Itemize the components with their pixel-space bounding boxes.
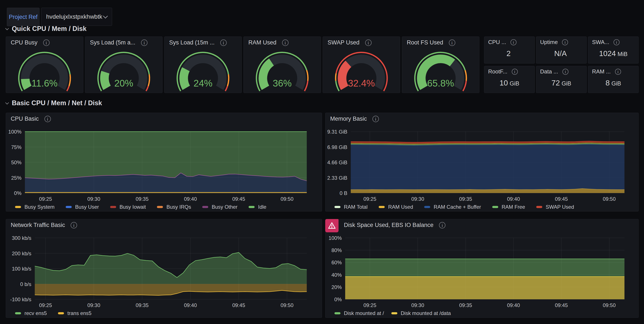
panel-title[interactable]: Memory Basic <box>330 116 367 122</box>
area-chart[interactable]: 09:2509:3009:3509:4009:4509:50300 kb/s20… <box>6 219 322 318</box>
legend-item[interactable]: Busy Iowait <box>110 204 146 210</box>
area-chart[interactable]: 09:2509:3009:3509:4009:4509:50100%75%50%… <box>6 113 322 211</box>
area-chart[interactable]: 09:2509:3009:3509:4009:4509:509.31 GiB6.… <box>326 113 638 211</box>
legend-item[interactable]: Busy User <box>66 204 99 210</box>
legend-label: RAM Cache + Buffer <box>434 204 481 210</box>
panel-title[interactable]: RAM ... <box>592 68 611 75</box>
panel-data-disk-total: Data ... 72GiB <box>536 66 587 93</box>
svg-text:36%: 36% <box>273 78 292 88</box>
legend-item[interactable]: Busy Other <box>202 204 238 210</box>
panel-network-traffic-basic: Network Traffic Basic 09:2509:3009:3509:… <box>6 219 322 318</box>
panel-uptime: Uptime N/A <box>536 36 587 64</box>
legend-swatch-icon <box>379 206 385 208</box>
panel-title[interactable]: Sys Load (15m ... <box>169 39 215 46</box>
svg-text:0%: 0% <box>14 190 22 196</box>
info-icon[interactable] <box>141 40 148 46</box>
svg-text:09:25: 09:25 <box>39 196 52 202</box>
svg-text:09:50: 09:50 <box>603 302 616 308</box>
legend-item[interactable]: RAM Free <box>492 204 525 210</box>
legend-swatch-icon <box>536 206 542 208</box>
instance-dropdown[interactable]: hvdelujxlxstpxkhwbtk <box>41 8 112 26</box>
panel-title[interactable]: CPU Basic <box>11 116 39 122</box>
legend-item[interactable]: Busy System <box>15 204 54 210</box>
panel-ram-used: RAM Used 36% <box>244 36 321 93</box>
legend-label: Busy System <box>24 204 54 210</box>
panel-sys-load-5m: Sys Load (5m a... 20% <box>85 36 162 93</box>
info-icon[interactable] <box>449 40 455 46</box>
info-icon[interactable] <box>615 69 621 75</box>
info-icon[interactable] <box>439 222 446 228</box>
legend-item[interactable]: Disk mounted at /data <box>391 310 451 316</box>
svg-text:09:45: 09:45 <box>555 196 568 202</box>
legend-swatch-icon <box>424 206 430 208</box>
section-quick[interactable]: Quick CPU / Mem / Disk <box>6 25 86 33</box>
panel-title[interactable]: Network Traffic Basic <box>11 222 65 228</box>
legend-swatch-icon <box>334 312 340 314</box>
project-ref-label: Project Ref <box>9 14 38 20</box>
info-icon[interactable] <box>562 69 568 75</box>
chevron-down-icon <box>103 14 108 19</box>
info-icon[interactable] <box>43 40 50 46</box>
legend-swatch-icon <box>110 206 116 208</box>
svg-text:09:25: 09:25 <box>364 302 376 308</box>
legend-label: Busy IRQs <box>166 204 191 210</box>
info-icon[interactable] <box>512 69 518 75</box>
stat-value: N/A <box>536 49 586 58</box>
legend-label: Busy User <box>75 204 99 210</box>
svg-text:32.4%: 32.4% <box>348 78 375 88</box>
legend-item[interactable]: RAM Total <box>334 204 368 210</box>
info-icon[interactable] <box>44 116 51 122</box>
legend-swatch-icon <box>248 206 254 208</box>
info-icon[interactable] <box>220 40 227 46</box>
legend-label: Busy Other <box>212 204 238 210</box>
collapse-chevron-icon <box>5 26 9 30</box>
legend-item[interactable]: RAM Cache + Buffer <box>424 204 481 210</box>
panel-title[interactable]: RAM Used <box>248 39 276 46</box>
legend-item[interactable]: SWAP Used <box>536 204 574 210</box>
info-icon[interactable] <box>365 40 372 46</box>
panel-title[interactable]: Sys Load (5m a... <box>90 39 136 46</box>
svg-text:0 b/s: 0 b/s <box>20 281 31 287</box>
section-title: Basic CPU / Mem / Net / Disk <box>12 99 102 107</box>
legend-swatch-icon <box>334 206 340 208</box>
panel-title[interactable]: CPU ... <box>488 39 506 46</box>
grafana-dashboard: { "header": { "project_ref_label": "Proj… <box>0 0 644 324</box>
info-icon[interactable] <box>71 222 77 228</box>
collapse-chevron-icon <box>5 101 9 104</box>
panel-title[interactable]: RootF... <box>488 68 508 75</box>
area-chart[interactable]: 09:2509:3009:3509:4009:4509:50100%80%60%… <box>326 219 638 318</box>
legend-label: RAM Used <box>388 204 413 210</box>
section-basic[interactable]: Basic CPU / Mem / Net / Disk <box>6 99 102 107</box>
panel-title[interactable]: Disk Space Used, EBS IO Balance <box>344 222 434 228</box>
svg-text:75%: 75% <box>11 144 22 150</box>
legend-label: SWAP Used <box>546 204 574 210</box>
project-ref-button[interactable]: Project Ref <box>7 8 40 26</box>
panel-title[interactable]: Root FS Used <box>407 39 443 46</box>
chart-legend: Disk mounted at /Disk mounted at /data <box>334 310 451 316</box>
panel-title[interactable]: SWAP Used <box>328 39 360 46</box>
section-title: Quick CPU / Mem / Disk <box>12 25 86 33</box>
svg-text:09:30: 09:30 <box>87 302 100 308</box>
legend-item[interactable]: recv ens5 <box>15 310 47 316</box>
legend-item[interactable]: RAM Used <box>379 204 413 210</box>
panel-title[interactable]: SWA... <box>592 39 609 46</box>
panel-title[interactable]: Data ... <box>540 68 558 75</box>
panel-title[interactable]: Uptime <box>540 39 558 46</box>
panel-title[interactable]: CPU Busy <box>11 39 38 46</box>
legend-item[interactable]: Idle <box>248 204 266 210</box>
legend-label: trans ens5 <box>68 310 92 316</box>
stat-value: 2 <box>484 49 534 58</box>
svg-text:100 kb/s: 100 kb/s <box>12 266 31 272</box>
info-icon[interactable] <box>372 116 379 122</box>
info-icon[interactable] <box>282 40 288 46</box>
info-icon[interactable] <box>614 39 620 45</box>
alert-icon[interactable] <box>325 219 338 232</box>
legend-item[interactable]: Busy IRQs <box>157 204 191 210</box>
legend-label: recv ens5 <box>24 310 47 316</box>
info-icon[interactable] <box>562 39 568 45</box>
legend-item[interactable]: Disk mounted at / <box>334 310 384 316</box>
info-icon[interactable] <box>510 39 516 45</box>
panel-cpu-basic: CPU Basic 09:2509:3009:3509:4009:4509:50… <box>6 113 322 212</box>
stat-value: 8GiB <box>588 78 638 87</box>
legend-item[interactable]: trans ens5 <box>58 310 92 316</box>
